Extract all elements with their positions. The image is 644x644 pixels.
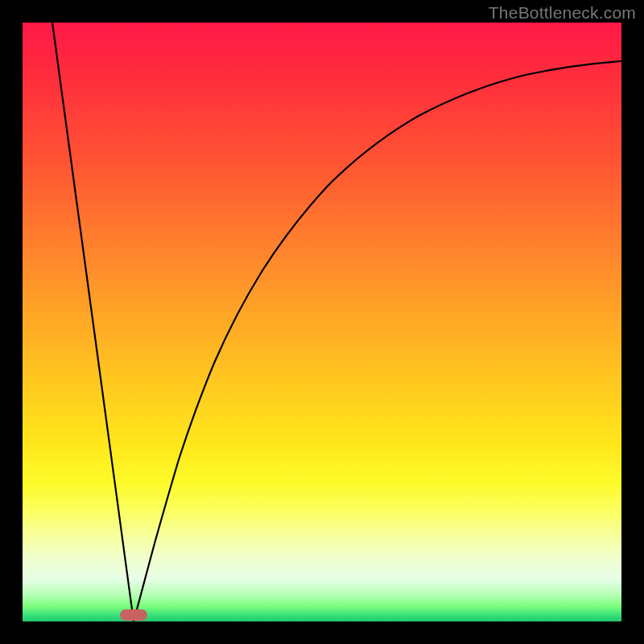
curve-right-branch <box>134 61 621 621</box>
curve-left-branch <box>52 23 134 621</box>
chart-stage: TheBottleneck.com <box>0 0 644 644</box>
plot-area <box>23 23 621 621</box>
optimum-marker <box>120 609 147 621</box>
watermark-text: TheBottleneck.com <box>489 3 636 23</box>
curve-overlay <box>23 23 621 621</box>
